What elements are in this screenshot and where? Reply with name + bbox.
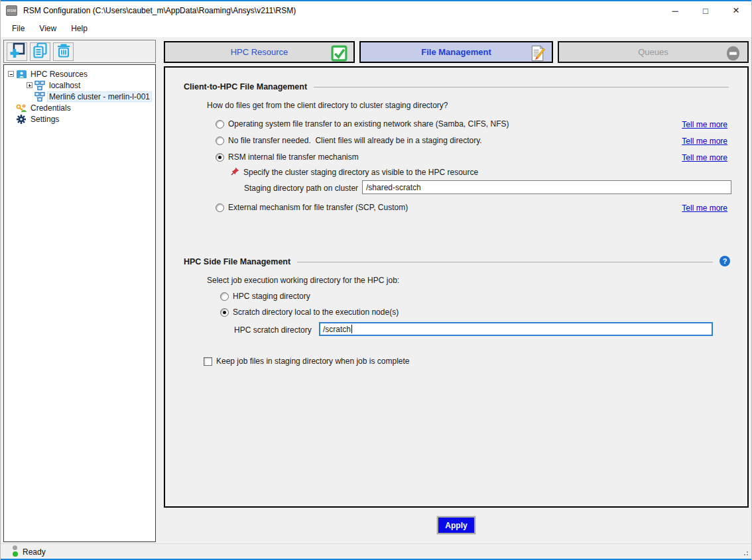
title-bar: RSM RSM Configuration (C:\Users\caubet_m… — [1, 1, 751, 20]
radio-icon[interactable] — [216, 120, 224, 129]
staging-path-input[interactable]: /shared-scratch — [362, 180, 731, 194]
tab-label: Queues — [638, 47, 668, 57]
staging-path-label: Staging directory path on cluster — [244, 184, 358, 193]
resource-toolbar — [3, 40, 156, 63]
tree-item-label: Credentials — [29, 103, 73, 113]
help-icon[interactable]: ? — [720, 256, 730, 266]
tab-file-management[interactable]: File Management — [359, 41, 553, 63]
section-title: HPC Side File Management — [184, 257, 290, 266]
disabled-minus-icon — [725, 45, 741, 64]
client-section-header: Client-to-HPC File Management — [184, 82, 729, 91]
menu-file[interactable]: File — [5, 21, 32, 36]
text-cursor — [351, 325, 352, 333]
rsm-configuration-window: RSM RSM Configuration (C:\Users\caubet_m… — [0, 0, 752, 560]
tab-label: HPC Resource — [231, 47, 288, 57]
scratch-directory-input[interactable]: /scratch — [319, 322, 713, 336]
maximize-button[interactable]: □ — [690, 1, 721, 20]
delete-resource-button[interactable] — [53, 42, 74, 61]
settings-gear-icon — [15, 114, 27, 125]
hpc-section-header: HPC Side File Management — [184, 257, 713, 266]
radio-icon[interactable] — [220, 292, 229, 301]
hpc-resources-icon — [15, 69, 27, 80]
tree-item-merlin6-cluster[interactable]: Merlin6 cluster - merlin-l-001 — [4, 91, 155, 102]
resize-grip[interactable] — [742, 549, 749, 556]
apply-button[interactable]: Apply — [437, 516, 475, 534]
radio-scratch-directory[interactable]: Scratch directory local to the execution… — [220, 308, 399, 317]
section-rule — [314, 87, 729, 87]
radio-label: Scratch directory local to the execution… — [233, 308, 399, 317]
duplicate-resource-button[interactable] — [30, 42, 50, 61]
credentials-icon — [15, 103, 27, 113]
client-question: How do files get from the client directo… — [207, 101, 448, 110]
tab-queues[interactable]: Queues — [558, 41, 749, 63]
tree-item-hpc-resources[interactable]: HPC Resources — [4, 68, 155, 80]
radio-label: RSM internal file transfer mechanism — [228, 152, 359, 162]
radio-icon[interactable] — [216, 203, 224, 212]
radio-rsm-internal-transfer[interactable]: RSM internal file transfer mechanism — [216, 152, 359, 162]
radio-selected-icon[interactable] — [216, 153, 224, 162]
tree-item-settings[interactable]: Settings — [4, 113, 155, 125]
add-resource-icon — [9, 42, 26, 61]
tree-item-credentials[interactable]: Credentials — [4, 102, 155, 113]
radio-icon[interactable] — [216, 137, 224, 145]
radio-os-file-transfer[interactable]: Operating system file transfer to an exi… — [216, 119, 509, 129]
radio-label: External mechanism for file transfer (SC… — [228, 203, 408, 212]
scratch-directory-value: /scratch — [323, 325, 351, 334]
window-controls: ─ □ × — [660, 1, 751, 20]
pin-note-row: Specify the cluster staging directory as… — [231, 167, 478, 178]
cluster-icon — [34, 80, 46, 91]
radio-label: No file transfer needed. Client files wi… — [228, 136, 482, 145]
radio-no-file-transfer[interactable]: No file transfer needed. Client files wi… — [216, 136, 482, 145]
status-idle-led-icon — [13, 545, 17, 550]
radio-label: Operating system file transfer to an exi… — [228, 119, 509, 129]
radio-selected-icon[interactable] — [220, 308, 229, 317]
tab-hpc-resource[interactable]: HPC Resource — [164, 41, 355, 63]
check-icon — [331, 45, 347, 64]
pin-note-text: Specify the cluster staging directory as… — [243, 168, 478, 177]
tree-item-localhost[interactable]: localhost — [4, 80, 155, 91]
cluster-icon — [34, 91, 46, 102]
tell-me-more-link-rsm[interactable]: Tell me more — [682, 153, 727, 162]
app-icon: RSM — [6, 5, 17, 16]
menu-view[interactable]: View — [32, 21, 64, 36]
tree-item-label: Settings — [29, 114, 61, 125]
close-button[interactable]: × — [721, 1, 751, 20]
radio-label: HPC staging directory — [233, 292, 310, 301]
collapse-expander-icon[interactable] — [8, 71, 14, 77]
tell-me-more-link-os[interactable]: Tell me more — [682, 120, 727, 129]
status-bar: Ready — [1, 543, 751, 559]
tell-me-more-link-none[interactable]: Tell me more — [682, 137, 727, 146]
checkbox-label: Keep job files in staging directory when… — [216, 357, 410, 366]
scratch-directory-label: HPC scratch directory — [234, 325, 312, 335]
tell-me-more-link-external[interactable]: Tell me more — [682, 203, 727, 213]
status-text: Ready — [23, 547, 46, 557]
expand-expander-icon[interactable] — [27, 82, 32, 88]
radio-hpc-staging-directory[interactable]: HPC staging directory — [220, 292, 310, 301]
checkbox-unchecked-icon[interactable] — [204, 357, 212, 366]
duplicate-resource-icon — [32, 42, 49, 61]
add-resource-button[interactable] — [7, 42, 27, 61]
window-title: RSM Configuration (C:\Users\caubet_m\App… — [23, 6, 296, 15]
radio-external-transfer[interactable]: External mechanism for file transfer (SC… — [216, 203, 408, 212]
status-ready-led-icon — [13, 551, 18, 557]
delete-resource-icon — [55, 42, 72, 61]
resource-tree: HPC Resources localhost — [3, 64, 156, 542]
pushpin-icon — [231, 167, 239, 178]
edit-icon — [529, 45, 546, 64]
hpc-question: Select job execution working directory f… — [207, 276, 399, 285]
staging-path-value: /shared-scratch — [366, 183, 421, 192]
menu-help[interactable]: Help — [64, 21, 95, 36]
tab-label: File Management — [421, 47, 491, 57]
menu-bar: File View Help — [1, 20, 751, 37]
section-title: Client-to-HPC File Management — [184, 82, 307, 91]
tree-item-label: localhost — [47, 80, 82, 91]
minimize-button[interactable]: ─ — [660, 1, 690, 20]
section-rule — [297, 262, 713, 262]
keep-job-files-checkbox-row[interactable]: Keep job files in staging directory when… — [204, 357, 410, 366]
file-management-panel: Client-to-HPC File Management How do fil… — [164, 66, 749, 508]
tree-item-label: Merlin6 cluster - merlin-l-001 — [47, 91, 152, 102]
tree-item-label: HPC Resources — [29, 69, 90, 80]
